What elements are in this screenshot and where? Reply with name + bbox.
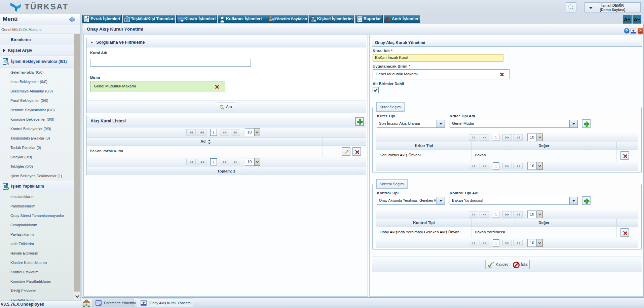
svg-text:?: ? bbox=[626, 29, 628, 33]
